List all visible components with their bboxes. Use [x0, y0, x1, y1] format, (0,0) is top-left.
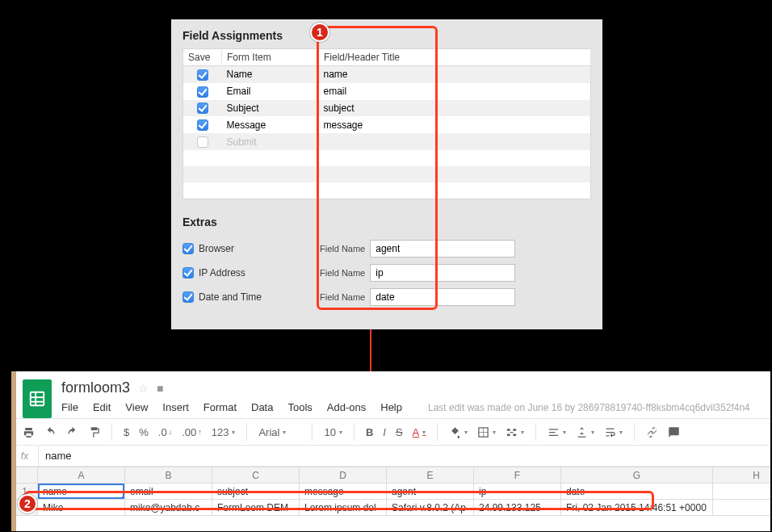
strike-button[interactable]: S [392, 425, 406, 440]
menu-view[interactable]: View [125, 401, 148, 413]
cell[interactable]: Lorem ipsum dol [300, 500, 387, 516]
print-icon[interactable] [19, 425, 38, 440]
col-header[interactable]: Field/Header Title [319, 49, 591, 66]
col-header[interactable]: H [713, 467, 771, 484]
v-align-button[interactable] [573, 425, 598, 440]
check-icon[interactable] [183, 291, 194, 303]
col-form[interactable]: Form Item [222, 49, 319, 66]
dec-increase-button[interactable]: .00↑ [178, 425, 205, 440]
cell[interactable]: message [300, 484, 387, 500]
google-sheets-window: formloom3 ☆ ■ File Edit View Insert Form… [11, 371, 770, 531]
col-save[interactable]: Save [183, 49, 222, 66]
cell[interactable]: 24.99.133.125 [474, 500, 561, 516]
col-header[interactable]: C [212, 467, 300, 484]
font-dropdown[interactable]: Arial [255, 425, 304, 440]
currency-button[interactable]: $ [120, 425, 132, 440]
link-icon[interactable] [643, 425, 661, 440]
check-icon[interactable] [183, 267, 194, 279]
header-cell[interactable]: message [319, 116, 591, 133]
table-row[interactable]: Subject subject [183, 100, 591, 117]
browser-field-input[interactable] [370, 240, 515, 258]
date-field-input[interactable] [370, 288, 515, 306]
col-header[interactable]: E [387, 467, 474, 484]
bold-button[interactable]: B [363, 425, 376, 440]
cell[interactable]: date [561, 484, 713, 500]
menu-insert[interactable]: Insert [162, 401, 189, 413]
star-icon[interactable]: ☆ [138, 382, 149, 395]
menu-tools[interactable]: Tools [287, 401, 312, 413]
merge-button[interactable] [502, 425, 527, 440]
form-item-cell[interactable]: Subject [222, 100, 319, 117]
col-header[interactable]: F [474, 467, 561, 484]
extra-label: Date and Time [199, 291, 262, 303]
table-row[interactable]: Message message [183, 116, 591, 133]
header-cell[interactable] [319, 133, 591, 150]
menu-addons[interactable]: Add-ons [327, 401, 366, 413]
save-checkbox[interactable] [197, 86, 208, 98]
cell[interactable]: email [125, 484, 212, 500]
grid-row[interactable]: 2 Mike mike@yabdab.c FormLoom DEM Lorem … [12, 500, 771, 516]
sheets-app-icon[interactable] [23, 379, 52, 418]
undo-icon[interactable] [41, 425, 60, 440]
check-icon[interactable] [183, 243, 194, 254]
borders-button[interactable] [474, 425, 499, 440]
last-edit-text[interactable]: Last edit was made on June 16 by 2869788… [428, 402, 750, 413]
paint-format-icon[interactable] [85, 425, 103, 440]
col-header[interactable]: B [125, 467, 212, 484]
cell[interactable]: mike@yabdab.c [125, 500, 212, 516]
cell[interactable]: agent [387, 484, 474, 500]
spreadsheet-grid[interactable]: A B C D E F G H I 1 name email subject m… [11, 467, 770, 516]
grid-row[interactable]: 1 name email subject message agent ip da… [12, 484, 771, 500]
save-checkbox[interactable] [197, 119, 208, 131]
save-checkbox[interactable] [197, 103, 208, 114]
redo-icon[interactable] [63, 425, 82, 440]
fx-value[interactable]: name [39, 450, 72, 462]
dec-decrease-button[interactable]: .0↓ [155, 425, 175, 440]
menu-file[interactable]: File [61, 401, 78, 413]
h-align-button[interactable] [544, 425, 569, 440]
formula-bar: fx name [11, 446, 770, 467]
comment-icon[interactable] [665, 425, 683, 440]
cell[interactable] [713, 484, 771, 500]
col-header[interactable]: G [561, 467, 713, 484]
wrap-button[interactable] [601, 425, 626, 440]
browser-checkbox-label[interactable]: Browser [183, 243, 320, 254]
cell-A1[interactable]: name [38, 484, 125, 500]
cell[interactable]: Fri, 02 Jan 2015 14:46:51 +0000 [561, 500, 713, 516]
cell[interactable]: ip [474, 484, 561, 500]
percent-button[interactable]: % [136, 425, 152, 440]
table-row[interactable]: Name name [183, 66, 591, 83]
ip-checkbox-label[interactable]: IP Address [183, 267, 320, 279]
col-header[interactable]: A [38, 467, 125, 484]
form-item-cell[interactable]: Message [222, 116, 319, 133]
table-row[interactable]: Email email [183, 83, 591, 100]
cell[interactable]: Safari v.8.0.2 (Ap [387, 500, 474, 516]
form-item-cell[interactable]: Email [222, 83, 319, 100]
cell[interactable]: FormLoom DEM [212, 500, 300, 516]
folder-icon[interactable]: ■ [157, 382, 163, 395]
number-format-dropdown[interactable]: 123 [208, 425, 239, 440]
save-checkbox[interactable] [197, 136, 208, 148]
save-checkbox[interactable] [197, 69, 208, 81]
form-item-cell[interactable]: Name [222, 66, 319, 83]
menu-edit[interactable]: Edit [93, 401, 111, 413]
header-cell[interactable]: subject [319, 100, 591, 117]
menu-format[interactable]: Format [203, 401, 237, 413]
font-size-dropdown[interactable]: 10 [321, 425, 345, 440]
table-row[interactable]: Submit [183, 133, 591, 150]
col-header[interactable]: D [300, 467, 387, 484]
ip-field-input[interactable] [370, 264, 515, 282]
form-item-cell[interactable]: Submit [222, 133, 319, 150]
text-color-button[interactable]: A [409, 425, 430, 440]
fill-color-button[interactable] [446, 425, 471, 440]
cell[interactable] [713, 500, 771, 516]
menu-data[interactable]: Data [251, 401, 273, 413]
doc-title[interactable]: formloom3 [61, 379, 130, 396]
cell[interactable]: Mike [38, 500, 125, 516]
cell[interactable]: subject [212, 484, 300, 500]
header-cell[interactable]: email [319, 83, 591, 100]
date-checkbox-label[interactable]: Date and Time [183, 291, 320, 303]
italic-button[interactable]: I [380, 425, 389, 440]
header-cell[interactable]: name [319, 66, 591, 83]
menu-help[interactable]: Help [380, 401, 402, 413]
